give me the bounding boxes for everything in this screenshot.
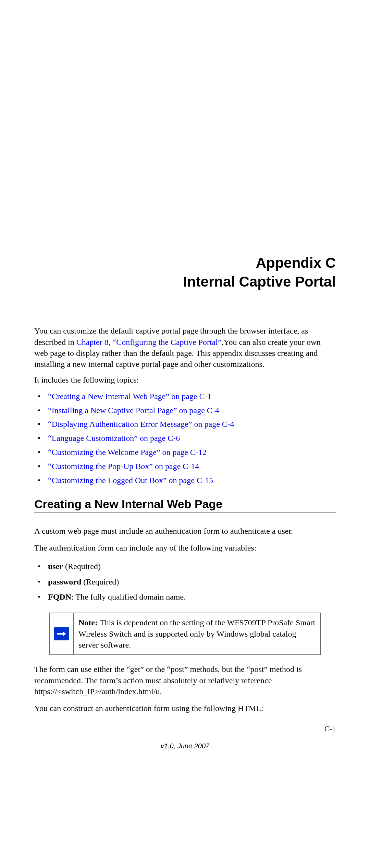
- page-number: C-1: [324, 724, 336, 733]
- var-fqdn-tail: : The fully qualified domain name.: [71, 592, 186, 601]
- footer-rule: [34, 722, 336, 722]
- var-password: password (Required): [34, 574, 336, 589]
- toc-link[interactable]: “Displaying Authentication Error Message…: [48, 420, 234, 429]
- topic-link-5: “Customizing the Pop-Up Box” on page C-1…: [34, 459, 336, 473]
- var-user-tail: (Required): [63, 562, 101, 571]
- note-text: Note: This is dependent on the setting o…: [74, 613, 320, 654]
- toc-link[interactable]: “Customizing the Welcome Page” on page C…: [48, 448, 207, 457]
- var-user-name: user: [48, 562, 63, 571]
- topic-link-4: “Customizing the Welcome Page” on page C…: [34, 445, 336, 459]
- toc-link[interactable]: “Creating a New Internal Web Page” on pa…: [48, 392, 211, 401]
- form-method-para: The form can use either the “get” or the…: [34, 664, 336, 697]
- topic-link-3: “Language Customization” on page C-6: [34, 431, 336, 445]
- topic-link-6: “Customizing the Logged Out Box” on page…: [34, 473, 336, 487]
- note-box: Note: This is dependent on the setting o…: [49, 613, 321, 655]
- appendix-label: Appendix C: [34, 254, 336, 273]
- topic-link-2: “Displaying Authentication Error Message…: [34, 417, 336, 431]
- custom-page-intro: A custom web page must include an authen…: [34, 526, 336, 537]
- note-label: Note:: [78, 618, 100, 627]
- appendix-title: Internal Captive Portal: [34, 273, 336, 291]
- footer-area: C-1: [34, 724, 336, 733]
- note-body: This is dependent on the setting of the …: [78, 618, 315, 649]
- section-rule: [34, 512, 336, 513]
- toc-link[interactable]: “Customizing the Logged Out Box” on page…: [48, 476, 213, 485]
- title-block: Appendix C Internal Captive Portal: [34, 254, 336, 291]
- document-page: Appendix C Internal Captive Portal You c…: [0, 0, 370, 868]
- intro-paragraph: You can customize the default captive po…: [34, 325, 336, 370]
- var-user: user (Required): [34, 559, 336, 574]
- version-line: v1.0, June 2007: [34, 742, 336, 750]
- construct-para: You can construct an authentication form…: [34, 703, 336, 714]
- toc-link[interactable]: “Installing a New Captive Portal Page” o…: [48, 406, 219, 415]
- section-heading-creating: Creating a New Internal Web Page: [34, 497, 336, 511]
- toc-link[interactable]: “Language Customization” on page C-6: [48, 434, 180, 443]
- var-password-name: password: [48, 577, 81, 586]
- var-password-tail: (Required): [81, 577, 119, 586]
- chapter-8-link[interactable]: Chapter 8, “Configuring the Captive Port…: [76, 338, 222, 347]
- vars-heading: The authentication form can include any …: [34, 542, 336, 553]
- topic-link-0: “Creating a New Internal Web Page” on pa…: [34, 389, 336, 403]
- vars-list: user (Required) password (Required) FQDN…: [34, 559, 336, 604]
- arrow-right-icon: [54, 627, 69, 640]
- var-fqdn: FQDN: The fully qualified domain name.: [34, 589, 336, 604]
- topics-list: “Creating a New Internal Web Page” on pa…: [34, 389, 336, 487]
- var-fqdn-name: FQDN: [48, 592, 71, 601]
- note-icon-cell: [50, 613, 74, 654]
- topic-link-1: “Installing a New Captive Portal Page” o…: [34, 403, 336, 418]
- topics-heading: It includes the following topics:: [34, 375, 336, 385]
- toc-link[interactable]: “Customizing the Pop-Up Box” on page C-1…: [48, 462, 199, 471]
